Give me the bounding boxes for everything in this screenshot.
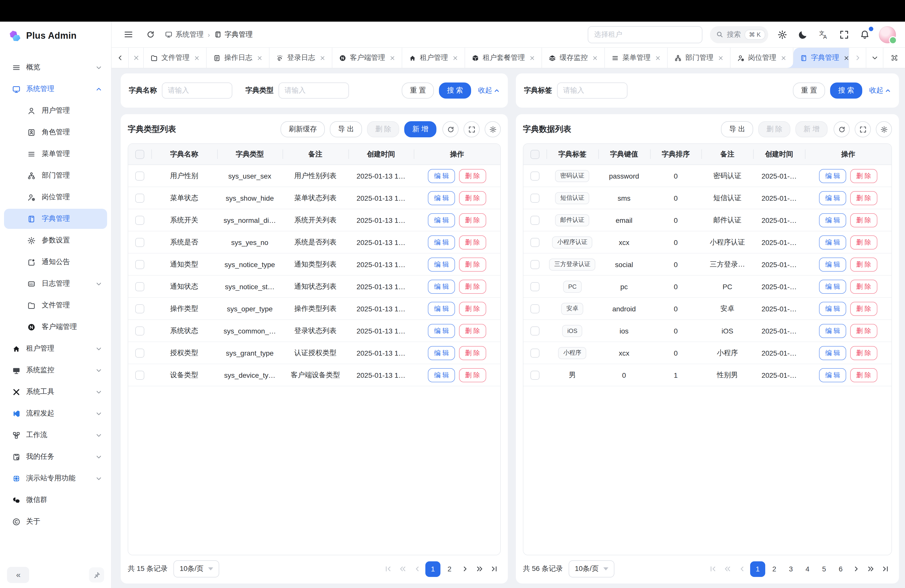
pagination-page-1[interactable]: 1 <box>750 561 765 577</box>
delete-button[interactable]: 删 除 <box>459 235 486 249</box>
edit-button[interactable]: 编 辑 <box>428 368 455 382</box>
pagination-prev-group-button[interactable] <box>721 561 734 577</box>
tab-2[interactable]: 登录日志 <box>270 48 332 68</box>
toolbar-button[interactable]: 删 除 <box>758 121 791 137</box>
tab-6[interactable]: 缓存监控 <box>542 48 605 68</box>
filter-input[interactable]: 请输入 <box>279 83 349 99</box>
tabs-scroll-left-button[interactable] <box>112 48 129 68</box>
toolbar-button[interactable]: 导 出 <box>721 121 753 137</box>
row-checkbox[interactable] <box>530 348 540 358</box>
delete-button[interactable]: 删 除 <box>459 257 486 271</box>
pagination-last-button[interactable] <box>879 561 892 577</box>
pagination-page-3[interactable]: 3 <box>783 561 799 577</box>
sidebar-collapse-button[interactable]: « <box>7 567 29 583</box>
toolbar-button[interactable]: 导 出 <box>330 121 362 137</box>
edit-button[interactable]: 编 辑 <box>428 235 455 249</box>
search-button[interactable]: 搜 索 <box>439 83 471 99</box>
delete-button[interactable]: 删 除 <box>459 346 486 360</box>
delete-button[interactable]: 删 除 <box>459 280 486 294</box>
sidebar-item-19[interactable]: 演示站专用功能 <box>4 468 107 488</box>
content-fullscreen-button[interactable] <box>883 48 905 68</box>
reset-button[interactable]: 重 置 <box>402 83 434 99</box>
pagination-prev-button[interactable] <box>735 561 749 577</box>
edit-button[interactable]: 编 辑 <box>819 213 846 227</box>
row-checkbox[interactable] <box>135 326 144 335</box>
search-button[interactable]: 搜 索 <box>830 83 862 99</box>
pagination-page-4[interactable]: 4 <box>800 561 815 577</box>
row-checkbox[interactable] <box>530 370 540 380</box>
reset-button[interactable]: 重 置 <box>793 83 825 99</box>
sidebar-item-5[interactable]: 部门管理 <box>4 165 107 186</box>
edit-button[interactable]: 编 辑 <box>819 235 846 249</box>
delete-button[interactable]: 删 除 <box>459 213 486 227</box>
pagination-page-1[interactable]: 1 <box>426 561 440 577</box>
table-settings-button[interactable] <box>485 121 501 137</box>
sidebar-item-14[interactable]: 系统监控 <box>4 360 107 380</box>
row-checkbox[interactable] <box>530 304 540 313</box>
pagination-page-2[interactable]: 2 <box>767 561 782 577</box>
delete-button[interactable]: 删 除 <box>850 302 877 316</box>
sidebar-item-12[interactable]: 客户端管理 <box>4 317 107 337</box>
logo[interactable]: Plus Admin <box>0 22 111 50</box>
tab-close-icon[interactable] <box>781 55 786 60</box>
delete-button[interactable]: 删 除 <box>459 302 486 316</box>
row-checkbox[interactable] <box>135 370 144 380</box>
language-button[interactable]: 文A <box>817 28 830 41</box>
pagination-page-2[interactable]: 2 <box>442 561 457 577</box>
tab-close-icon[interactable] <box>452 55 458 60</box>
pagination-first-button[interactable] <box>707 561 719 577</box>
pagination-page-6[interactable]: 6 <box>833 561 848 577</box>
edit-button[interactable]: 编 辑 <box>428 302 455 316</box>
row-checkbox[interactable] <box>530 194 540 202</box>
row-checkbox[interactable] <box>530 238 540 247</box>
table-refresh-button[interactable] <box>443 121 459 137</box>
toolbar-button[interactable]: 新 增 <box>404 121 437 137</box>
filter-input[interactable]: 请输入 <box>162 83 232 99</box>
delete-button[interactable]: 删 除 <box>459 324 486 338</box>
row-checkbox[interactable] <box>135 238 144 247</box>
select-all-checkbox[interactable] <box>135 149 144 159</box>
row-checkbox[interactable] <box>530 282 540 291</box>
tab-close-icon[interactable] <box>257 55 262 60</box>
pagination-next-group-button[interactable] <box>473 561 486 577</box>
collapse-filter-link[interactable]: 收起 <box>478 86 500 95</box>
filter-input[interactable]: 请输入 <box>557 83 627 99</box>
settings-button[interactable] <box>776 28 789 41</box>
sidebar-item-11[interactable]: 文件管理 <box>4 295 107 315</box>
pagination-next-button[interactable] <box>850 561 863 577</box>
edit-button[interactable]: 编 辑 <box>428 191 455 205</box>
pagination-page-5[interactable]: 5 <box>816 561 832 577</box>
page-size-select[interactable]: 10条/页 <box>569 560 614 577</box>
select-all-checkbox[interactable] <box>530 149 540 159</box>
tab-close-partial-button[interactable] <box>129 48 144 68</box>
edit-button[interactable]: 编 辑 <box>819 346 846 360</box>
toolbar-button[interactable]: 刷新缓存 <box>281 121 325 137</box>
edit-button[interactable]: 编 辑 <box>819 324 846 338</box>
sidebar-item-8[interactable]: 参数设置 <box>4 230 107 251</box>
tab-10[interactable]: 字典管理 <box>793 48 849 68</box>
tab-9[interactable]: 岗位管理 <box>730 48 793 68</box>
tab-close-icon[interactable] <box>390 55 395 60</box>
edit-button[interactable]: 编 辑 <box>428 213 455 227</box>
delete-button[interactable]: 删 除 <box>850 346 877 360</box>
tab-3[interactable]: 客户端管理 <box>332 48 402 68</box>
tab-close-icon[interactable] <box>718 55 724 60</box>
tab-5[interactable]: 租户套餐管理 <box>465 48 542 68</box>
sidebar-item-2[interactable]: 用户管理 <box>4 100 107 121</box>
edit-button[interactable]: 编 辑 <box>819 169 846 183</box>
table-fullscreen-button[interactable] <box>855 121 871 137</box>
row-checkbox[interactable] <box>530 326 540 335</box>
sidebar-item-7[interactable]: 字典管理 <box>4 209 107 229</box>
tab-1[interactable]: 操作日志 <box>206 48 270 68</box>
edit-button[interactable]: 编 辑 <box>819 280 846 294</box>
delete-button[interactable]: 删 除 <box>850 257 877 271</box>
row-checkbox[interactable] <box>530 171 540 180</box>
table-settings-button[interactable] <box>876 121 892 137</box>
tenant-select[interactable]: 选择租户 <box>587 26 702 43</box>
tab-7[interactable]: 菜单管理 <box>605 48 668 68</box>
row-checkbox[interactable] <box>135 304 144 313</box>
edit-button[interactable]: 编 辑 <box>428 346 455 360</box>
notifications-button[interactable] <box>858 28 871 41</box>
pagination-prev-group-button[interactable] <box>396 561 409 577</box>
tab-close-icon[interactable] <box>844 55 849 60</box>
